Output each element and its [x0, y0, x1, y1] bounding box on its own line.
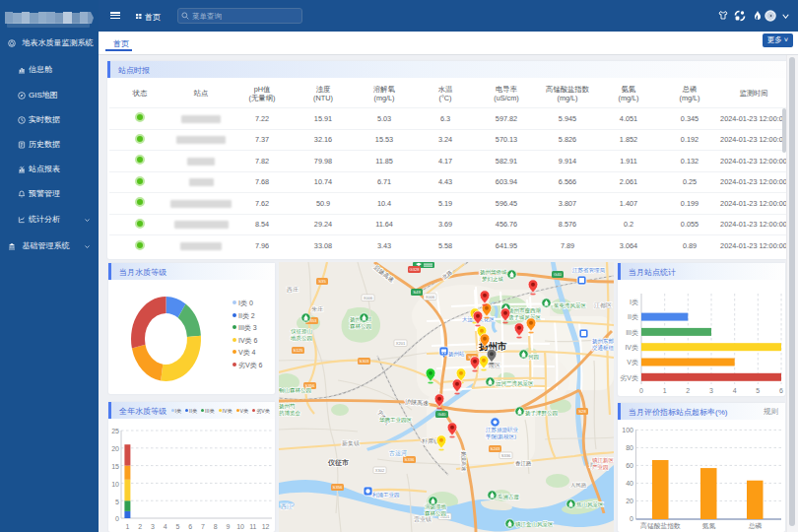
- svg-text:劣V类: 劣V类: [620, 374, 638, 382]
- svg-text:氨氮: 氨氮: [702, 522, 716, 530]
- svg-text:梦幻之城: 梦幻之城: [482, 276, 504, 283]
- svg-text:80: 80: [626, 444, 633, 451]
- svg-text:7: 7: [201, 523, 205, 530]
- svg-text:扬州市瘦西湖: 扬州市瘦西湖: [508, 307, 541, 314]
- svg-text:10: 10: [236, 523, 244, 530]
- svg-text:G40: G40: [554, 272, 563, 277]
- svg-text:II类: II类: [628, 313, 638, 320]
- svg-text:12: 12: [262, 523, 270, 530]
- svg-text:3: 3: [709, 387, 713, 394]
- svg-text:X006: X006: [364, 296, 373, 300]
- svg-text:G328: G328: [409, 267, 420, 272]
- svg-text:总磷: 总磷: [748, 522, 763, 529]
- svg-text:8: 8: [214, 523, 218, 530]
- svg-text:何园: 何园: [528, 354, 539, 361]
- svg-text:40: 40: [626, 480, 633, 487]
- svg-text:镇江新区: 镇江新区: [592, 457, 614, 464]
- svg-text:新集镇: 新集镇: [342, 439, 360, 446]
- svg-text:扬州站: 扬州站: [448, 351, 465, 358]
- svg-text:100: 100: [622, 427, 633, 433]
- svg-text:古运河: 古运河: [389, 450, 407, 457]
- svg-text:产业园: 产业园: [592, 464, 609, 471]
- svg-text:6: 6: [188, 523, 192, 530]
- svg-text:10: 10: [111, 481, 119, 488]
- svg-text:S125: S125: [294, 348, 303, 353]
- svg-text:朱庄: 朱庄: [311, 305, 323, 312]
- svg-text:扬州芍: 扬州芍: [279, 403, 296, 410]
- svg-text:3: 3: [151, 523, 155, 530]
- svg-text:III类: III类: [626, 329, 638, 336]
- svg-text:铜山森林公园: 铜山森林公园: [279, 387, 311, 394]
- svg-text:15: 15: [111, 463, 119, 470]
- svg-text:5: 5: [115, 499, 119, 505]
- svg-text:25: 25: [111, 428, 119, 434]
- svg-text:仪征市: 仪征市: [327, 458, 349, 467]
- svg-text:S49: S49: [413, 290, 421, 295]
- svg-text:沪陕高速: 沪陕高速: [404, 398, 429, 406]
- svg-text:茱萸湾风景区: 茱萸湾风景区: [554, 302, 587, 309]
- svg-text:交通枢纽: 交通枢纽: [592, 344, 614, 351]
- svg-text:S28: S28: [578, 409, 586, 414]
- svg-text:焦山风景区: 焦山风景区: [576, 501, 604, 507]
- svg-text:华腾工业园区: 华腾工业园区: [379, 417, 413, 424]
- svg-text:春江路: 春江路: [515, 460, 532, 467]
- svg-text:扬溧高速: 扬溧高速: [460, 451, 467, 471]
- svg-text:0: 0: [630, 515, 633, 522]
- svg-text:X006: X006: [426, 295, 435, 299]
- svg-text:4: 4: [733, 387, 737, 394]
- svg-text:6: 6: [779, 387, 783, 394]
- svg-text:2: 2: [138, 523, 142, 530]
- svg-text:60: 60: [626, 462, 633, 469]
- svg-text:森林公园: 森林公园: [425, 510, 446, 517]
- svg-text:IV类: IV类: [625, 344, 638, 351]
- svg-text:西江: 西江: [281, 503, 293, 510]
- svg-text:X201: X201: [396, 341, 406, 346]
- svg-text:江都区: 江都区: [594, 301, 612, 309]
- svg-text:利涌工业园: 利涌工业园: [372, 492, 400, 499]
- svg-text:森林公园: 森林公园: [350, 323, 371, 330]
- svg-text:1: 1: [663, 387, 667, 394]
- svg-text:扬子津野公园: 扬子津野公园: [525, 410, 558, 417]
- svg-text:扬州华侨城: 扬州华侨城: [480, 269, 507, 276]
- svg-text:药博览会: 药博览会: [279, 410, 301, 417]
- svg-text:X302: X302: [375, 468, 385, 473]
- svg-text:S303: S303: [360, 359, 369, 364]
- svg-text:S356: S356: [333, 485, 343, 490]
- svg-text:0: 0: [115, 515, 119, 522]
- svg-text:2: 2: [686, 387, 690, 394]
- svg-text:S35: S35: [318, 279, 326, 284]
- svg-text:西庄: 西庄: [287, 286, 299, 294]
- svg-text:V类: V类: [627, 359, 638, 366]
- svg-text:瓜洲古渡: 瓜洲古渡: [498, 494, 520, 500]
- svg-text:S243: S243: [491, 446, 500, 451]
- svg-text:5: 5: [756, 387, 760, 394]
- svg-text:I类: I类: [630, 299, 638, 305]
- svg-text:仪征捺山: 仪征捺山: [291, 328, 312, 335]
- svg-text:运河三湾风景区: 运河三湾风景区: [496, 380, 534, 387]
- svg-text:1: 1: [125, 523, 129, 530]
- svg-text:0: 0: [639, 387, 643, 394]
- svg-text:20: 20: [111, 445, 119, 452]
- svg-text:4: 4: [164, 523, 167, 530]
- svg-text:G40: G40: [438, 412, 447, 417]
- svg-text:镇江金山风景区: 镇江金山风景区: [515, 521, 554, 528]
- svg-text:唐子城风景区: 唐子城风景区: [508, 314, 542, 321]
- svg-text:人民路: 人民路: [570, 482, 587, 488]
- svg-text:地质公园: 地质公园: [290, 335, 312, 342]
- svg-text:扬州东部: 扬州东部: [592, 338, 614, 345]
- svg-text:5: 5: [175, 523, 179, 530]
- svg-text:S336: S336: [501, 453, 511, 458]
- svg-text:S336: S336: [405, 457, 415, 462]
- svg-text:江苏省管理局: 江苏省管理局: [572, 267, 606, 274]
- svg-text:20: 20: [626, 498, 633, 504]
- svg-text:江苏旅游职业: 江苏旅游职业: [486, 427, 519, 433]
- svg-text:学院(新校区): 学院(新校区): [486, 433, 516, 440]
- svg-text:11: 11: [249, 523, 256, 530]
- svg-text:营业镇: 营业镇: [414, 516, 432, 523]
- svg-text:9: 9: [226, 523, 230, 530]
- svg-text:高锰酸盐指数: 高锰酸盐指数: [640, 522, 681, 530]
